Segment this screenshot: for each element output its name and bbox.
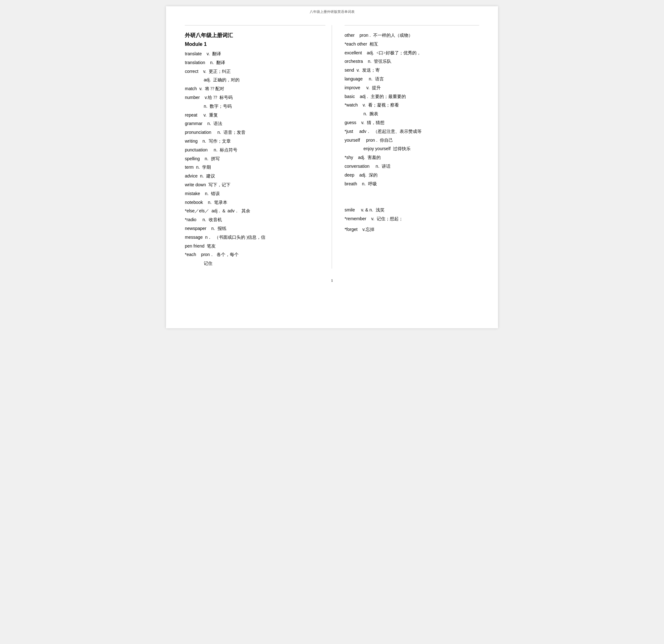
pos: pron． bbox=[201, 252, 214, 257]
word: *each other bbox=[345, 41, 367, 46]
list-item: *else／els／ adj．＆ adv． 其余 bbox=[185, 207, 326, 215]
module-title: Module 1 bbox=[185, 41, 326, 47]
list-item: language n. 语言 bbox=[345, 76, 479, 83]
list-item: *remember v. 记住；想起； bbox=[345, 215, 479, 223]
divider-right bbox=[345, 25, 479, 25]
definition: 发送；寄 bbox=[362, 68, 380, 72]
pos: v. bbox=[203, 69, 206, 74]
definition: 错误 bbox=[211, 191, 220, 196]
definition: <口>好极了；优秀的， bbox=[376, 50, 421, 55]
definition: 相互 bbox=[369, 42, 378, 46]
pos: v. bbox=[205, 95, 208, 100]
definition: 将 ?? 配对 bbox=[205, 86, 224, 91]
word: grammar bbox=[185, 121, 203, 126]
definition: 呼吸 bbox=[368, 181, 377, 186]
pos: pron . bbox=[359, 33, 371, 38]
word: pen friend bbox=[185, 243, 204, 249]
list-item: write down 写下，记下 bbox=[185, 181, 326, 189]
definition: 其余 bbox=[242, 209, 250, 213]
list-item: message n． （书面或口头的 )信息，信 bbox=[185, 234, 326, 241]
word: yourself bbox=[345, 137, 360, 143]
word: basic bbox=[345, 94, 355, 99]
pos: n. bbox=[217, 130, 221, 135]
list-item: *just adv． （惹起注意、表示赞成等 bbox=[345, 128, 479, 135]
definition: 记住；想起； bbox=[377, 216, 403, 221]
definition: 腕表 bbox=[369, 111, 378, 116]
list-item: deep adj. 深的 bbox=[345, 172, 479, 179]
word: *radio bbox=[185, 217, 196, 222]
pos: v. & n. bbox=[361, 207, 373, 212]
list-item: correct v. 更正；纠正 bbox=[185, 68, 326, 76]
list-item: grammar n. 语法 bbox=[185, 120, 326, 128]
word: write down bbox=[185, 182, 206, 187]
definition: 笔友 bbox=[207, 244, 216, 249]
word: spelling bbox=[185, 156, 200, 161]
list-item: orchestra n. 管弦乐队 bbox=[345, 58, 479, 65]
word: number bbox=[185, 95, 200, 100]
list-item: guess v. 猜，猜想 bbox=[345, 119, 479, 127]
definition: 写下，记下 bbox=[208, 183, 230, 187]
word: *forget bbox=[345, 227, 357, 232]
left-column: 外研八年级上册词汇 Module 1 translate v. 翻译 trans… bbox=[185, 25, 332, 269]
definition: 记住 bbox=[204, 261, 212, 266]
word: *shy bbox=[345, 155, 353, 160]
definition: 正确的，对的 bbox=[213, 78, 240, 82]
right-column: other pron . 不一样的人（或物） *each other 相互 ex… bbox=[332, 25, 479, 269]
list-item: *forget v.忘掉 bbox=[345, 226, 479, 233]
pos: adj . bbox=[360, 94, 368, 99]
pos: adj. bbox=[358, 155, 365, 160]
list-item: yourself pron . 你自己 bbox=[345, 137, 479, 144]
definition: 翻译 bbox=[216, 60, 225, 65]
pos: n． bbox=[205, 235, 212, 240]
definition: 深的 bbox=[369, 173, 378, 177]
list-item: translate v. 翻译 bbox=[185, 50, 326, 58]
list-item: match v. 将 ?? 配对 bbox=[185, 85, 326, 93]
word: deep bbox=[345, 172, 354, 177]
word: match bbox=[185, 86, 197, 91]
definition: 语言 bbox=[375, 77, 384, 81]
pos: n. bbox=[210, 60, 214, 65]
content-area: 外研八年级上册词汇 Module 1 translate v. 翻译 trans… bbox=[166, 25, 498, 269]
pos: v. bbox=[362, 227, 366, 232]
word: *just bbox=[345, 129, 353, 134]
word: guess bbox=[345, 120, 356, 125]
definition: 各个，每个 bbox=[216, 252, 238, 257]
word: mistake bbox=[185, 191, 200, 196]
definition: 主要的；最重要的 bbox=[371, 94, 406, 99]
list-item: writing n. 写作；文章 bbox=[185, 137, 326, 145]
definition: 给 ?? 标号码 bbox=[208, 95, 233, 100]
word: message bbox=[185, 235, 203, 240]
list-item: number v.给 ?? 标号码 bbox=[185, 94, 326, 102]
list-item: excellent adj. <口>好极了；优秀的， bbox=[345, 49, 479, 57]
pos: n. bbox=[362, 181, 366, 186]
definition: 写作；文章 bbox=[209, 139, 231, 144]
section-title: 外研八年级上册词汇 bbox=[185, 32, 326, 39]
pos: n. bbox=[376, 164, 379, 169]
pos: v. bbox=[361, 120, 365, 125]
list-item: basic adj . 主要的；最重要的 bbox=[345, 93, 479, 101]
pos: adj. bbox=[204, 77, 211, 82]
definition: 数字；号码 bbox=[210, 104, 232, 109]
pos: n. bbox=[368, 59, 372, 64]
definition: 忘掉 bbox=[366, 227, 374, 232]
list-item: breath n. 呼吸 bbox=[345, 180, 479, 188]
pos: v. bbox=[356, 67, 360, 72]
list-item: punctuation n. 标点符号 bbox=[185, 146, 326, 154]
word: *each bbox=[185, 252, 196, 257]
definition: 收音机 bbox=[209, 217, 222, 222]
page-number: 1 bbox=[166, 278, 498, 283]
definition: （惹起注意、表示赞成等 bbox=[373, 129, 421, 134]
pos: n. bbox=[369, 76, 373, 81]
pos: adj．＆ adv． bbox=[212, 208, 239, 213]
word: orchestra bbox=[345, 59, 363, 64]
word: correct bbox=[185, 69, 199, 74]
list-item: adj. 正确的，对的 bbox=[185, 76, 326, 84]
word: translate bbox=[185, 51, 202, 56]
pos: v. bbox=[199, 86, 203, 91]
word: punctuation bbox=[185, 147, 207, 152]
definition: 提升 bbox=[372, 85, 381, 90]
definition: 看；凝视；察看 bbox=[368, 103, 399, 107]
definition: 拼写 bbox=[211, 156, 220, 161]
list-item: send v. 发送；寄 bbox=[345, 67, 479, 74]
list-item: *radio n. 收音机 bbox=[185, 216, 326, 224]
